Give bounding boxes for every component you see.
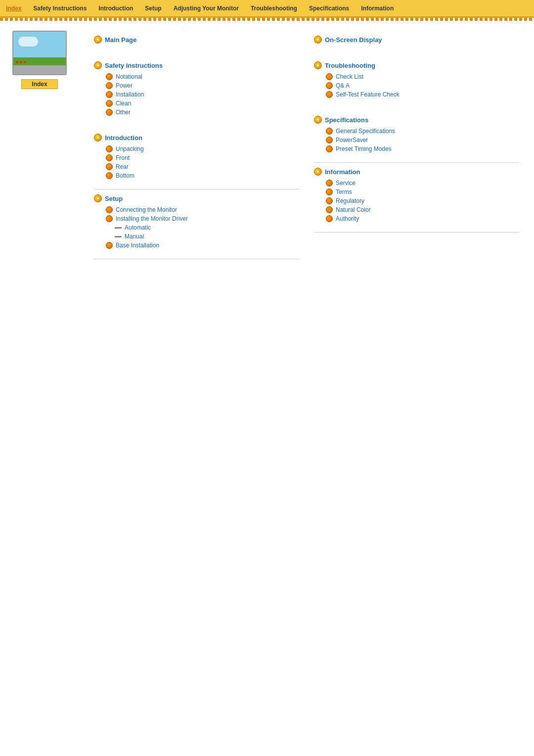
osd-icon (314, 36, 322, 44)
service-label[interactable]: Service (336, 180, 356, 187)
list-item[interactable]: Front (106, 154, 299, 161)
list-item[interactable]: Power (106, 82, 299, 89)
notational-label[interactable]: Notational (116, 73, 142, 80)
rear-icon (106, 163, 113, 170)
connecting-label[interactable]: Connecting the Monitor (116, 206, 177, 213)
terms-label[interactable]: Terms (336, 189, 352, 195)
other-label[interactable]: Other (116, 109, 131, 116)
selftest-label[interactable]: Self-Test Feature Check (336, 91, 400, 98)
list-item[interactable]: Natural Color (326, 206, 519, 213)
list-item[interactable]: Q& A (326, 82, 519, 89)
troubleshooting-title[interactable]: Troubleshooting (325, 62, 375, 69)
section-troubleshooting: Troubleshooting Check List Q& A (314, 61, 519, 98)
list-item[interactable]: Service (326, 180, 519, 187)
troubleshooting-icon (314, 61, 322, 69)
nav-item-specifications[interactable]: Specifications (303, 3, 355, 14)
other-icon (106, 109, 113, 116)
information-subitems: Service Terms Regulatory Natural Co (314, 180, 519, 222)
automatic-label[interactable]: Automatic (125, 224, 151, 231)
qa-icon (326, 82, 333, 89)
presettiming-icon (326, 145, 333, 152)
clean-label[interactable]: Clean (116, 100, 131, 107)
nav-item-adjusting[interactable]: Adjusting Your Monitor (168, 3, 245, 14)
setup-title[interactable]: Setup (105, 195, 123, 202)
troubleshooting-header: Troubleshooting (314, 61, 519, 69)
introduction-title[interactable]: Introduction (105, 134, 142, 142)
installation-label[interactable]: Installation (116, 91, 144, 98)
qa-label[interactable]: Q& A (336, 82, 350, 89)
list-item[interactable]: Preset Timing Modes (326, 145, 519, 152)
nav-item-troubleshooting[interactable]: Troubleshooting (245, 3, 303, 14)
checklist-icon (326, 73, 333, 80)
list-item[interactable]: Rear (106, 163, 299, 170)
introduction-header: Introduction (94, 134, 299, 142)
unpacking-icon (106, 145, 113, 152)
list-item[interactable]: Other (106, 109, 299, 116)
main-page-title[interactable]: Main Page (105, 36, 136, 44)
presettiming-label[interactable]: Preset Timing Modes (336, 145, 392, 152)
nav-item-introduction[interactable]: Introduction (92, 3, 139, 14)
safety-header: Safety Instructions (94, 61, 299, 69)
list-item[interactable]: Regulatory (326, 197, 519, 204)
naturalcolor-label[interactable]: Natural Color (336, 206, 371, 213)
list-item[interactable]: Connecting the Monitor (106, 206, 299, 213)
list-item[interactable]: Clean (106, 100, 299, 107)
main-layout: Index Main Page Safety Instruc (0, 21, 534, 279)
section-main-page: Main Page (94, 36, 299, 44)
list-item[interactable]: Bottom (106, 172, 299, 179)
list-item[interactable]: Check List (326, 73, 519, 80)
list-item[interactable]: Installing the Monitor Driver (106, 215, 299, 222)
information-title[interactable]: Information (325, 168, 360, 176)
power-label[interactable]: Power (116, 82, 133, 89)
list-item[interactable]: Terms (326, 189, 519, 195)
rear-label[interactable]: Rear (116, 163, 129, 170)
monitor-image (12, 31, 67, 75)
section-introduction: Introduction Unpacking Front (94, 134, 299, 179)
list-item[interactable]: Installation (106, 91, 299, 98)
introduction-subitems: Unpacking Front Rear Bottom (94, 145, 299, 179)
manual-label[interactable]: Manual (125, 233, 144, 240)
information-header: Information (314, 168, 519, 176)
list-item[interactable]: Automatic (106, 224, 299, 231)
introduction-icon (94, 134, 102, 142)
front-label[interactable]: Front (116, 154, 130, 161)
section-setup: Setup Connecting the Monitor Installing … (94, 194, 299, 249)
naturalcolor-icon (326, 206, 333, 213)
list-item[interactable]: Self-Test Feature Check (326, 91, 519, 98)
regulatory-label[interactable]: Regulatory (336, 197, 364, 204)
nav-item-safety[interactable]: Safety Instructions (27, 3, 92, 14)
list-item[interactable]: PowerSaver (326, 137, 519, 143)
installing-label[interactable]: Installing the Monitor Driver (116, 215, 188, 222)
authority-label[interactable]: Authority (336, 215, 359, 222)
nav-item-setup[interactable]: Setup (139, 3, 167, 14)
list-item[interactable]: Manual (106, 233, 299, 240)
checklist-label[interactable]: Check List (336, 73, 363, 80)
section-osd: On-Screen Display (314, 36, 519, 44)
list-item[interactable]: Base Installation (106, 242, 299, 249)
specifications-subitems: General Specifications PowerSaver Preset… (314, 128, 519, 152)
unpacking-label[interactable]: Unpacking (116, 145, 144, 152)
list-item[interactable]: Authority (326, 215, 519, 222)
osd-title[interactable]: On-Screen Display (325, 36, 382, 44)
nav-item-information[interactable]: Information (355, 3, 400, 14)
powersaver-label[interactable]: PowerSaver (336, 137, 368, 143)
power-icon (106, 82, 113, 89)
safety-title[interactable]: Safety Instructions (105, 62, 163, 69)
front-icon (106, 154, 113, 161)
clean-icon (106, 100, 113, 107)
generalspecs-label[interactable]: General Specifications (336, 128, 395, 135)
bottom-label[interactable]: Bottom (116, 172, 134, 179)
content-area: Main Page Safety Instructions Notational (84, 31, 529, 269)
specifications-title[interactable]: Specifications (325, 116, 368, 124)
specifications-icon (314, 116, 322, 124)
osd-header: On-Screen Display (314, 36, 519, 44)
notational-icon (106, 73, 113, 80)
col2-bottom-divider (314, 232, 519, 233)
base-install-label[interactable]: Base Installation (116, 242, 159, 249)
list-item[interactable]: Unpacking (106, 145, 299, 152)
list-item[interactable]: General Specifications (326, 128, 519, 135)
safety-icon (94, 61, 102, 69)
nav-item-index[interactable]: Index (0, 3, 27, 14)
list-item[interactable]: Notational (106, 73, 299, 80)
automatic-dash (115, 227, 122, 229)
